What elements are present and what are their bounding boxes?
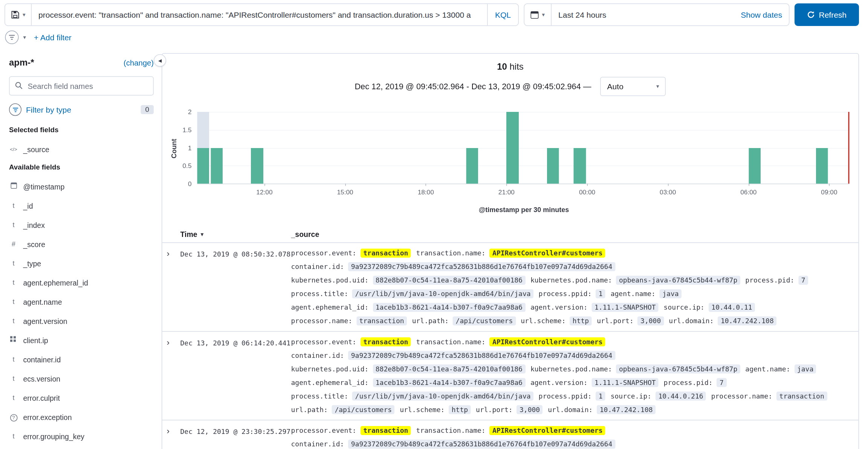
field-value: 3,000 xyxy=(638,316,664,325)
field-item-agent.name[interactable]: tagent.name xyxy=(9,292,154,312)
histogram-bar[interactable] xyxy=(211,148,223,183)
field-pair: processor.name: transaction xyxy=(711,392,827,402)
query-input[interactable]: processor.event: "transaction" and trans… xyxy=(32,4,487,26)
field-item-ecs.version[interactable]: tecs.version xyxy=(9,369,154,388)
field-key: processor.name: xyxy=(291,317,353,325)
x-axis-tick-label: 06:00 xyxy=(740,189,756,195)
histogram-bar[interactable] xyxy=(547,148,559,183)
field-value: transaction xyxy=(356,316,407,325)
collapse-sidebar-button[interactable]: ◀ xyxy=(154,54,166,67)
histogram-bar[interactable] xyxy=(574,148,586,183)
documents-table: Time ▼ _source ›Dec 13, 2019 @ 08:50:32.… xyxy=(162,226,859,449)
field-item-error.grouping_key[interactable]: terror.grouping_key xyxy=(9,427,154,446)
histogram-bar[interactable] xyxy=(466,148,478,183)
filter-icon xyxy=(12,107,18,113)
query-input-group: ▾ processor.event: "transaction" and tra… xyxy=(5,3,519,26)
show-dates-link[interactable]: Show dates xyxy=(741,10,789,19)
y-axis-tick-label: 0.5 xyxy=(183,162,192,169)
histogram-bar[interactable] xyxy=(506,112,518,184)
field-pair: process.title: /usr/lib/jvm/java-10-open… xyxy=(291,392,534,402)
histogram-bar[interactable] xyxy=(749,148,761,183)
field-key: process.title: xyxy=(291,392,348,400)
field-value: APIRestController#customers xyxy=(490,249,606,258)
field-item-agent.version[interactable]: tagent.version xyxy=(9,312,154,331)
row-timestamp: Dec 13, 2019 @ 06:14:20.441 xyxy=(180,338,291,415)
chevron-down-icon: ▾ xyxy=(23,12,26,18)
filter-options-button[interactable] xyxy=(5,31,19,44)
field-item-_source[interactable]: </>_source xyxy=(9,140,154,159)
field-name: ecs.version xyxy=(23,374,61,383)
expand-row-icon[interactable]: › xyxy=(167,249,180,326)
gridline xyxy=(197,112,850,113)
field-key: transaction.name: xyxy=(416,249,485,257)
string-field-icon: t xyxy=(9,221,18,229)
source-column-header: _source xyxy=(291,230,854,239)
filter-by-type-icon-button[interactable] xyxy=(9,104,21,116)
search-field-names-input[interactable] xyxy=(9,76,154,96)
row-timestamp: Dec 12, 2019 @ 23:30:25.297 xyxy=(180,426,291,449)
field-value: 9a92372089c79b489ca472fca528631b886d1e76… xyxy=(348,262,615,271)
string-field-icon: t xyxy=(9,394,18,402)
field-name: _type xyxy=(23,259,41,268)
field-item-_score[interactable]: #_score xyxy=(9,235,154,254)
document-row: ›Dec 13, 2019 @ 08:50:32.078processor.ev… xyxy=(162,243,859,332)
field-pair: kubernetes.pod.uid: 882e8b07-0c54-11ea-8… xyxy=(291,276,526,286)
field-item-_id[interactable]: t_id xyxy=(9,196,154,215)
field-item-agent.ephemeral_id[interactable]: tagent.ephemeral_id xyxy=(9,273,154,292)
field-item-client.ip[interactable]: client.ip xyxy=(9,331,154,350)
histogram-bar[interactable] xyxy=(251,148,263,183)
histogram-bar[interactable] xyxy=(816,148,828,183)
field-item-error.id[interactable]: terror.id xyxy=(9,446,154,449)
field-name: _score xyxy=(23,240,46,249)
saved-query-menu-button[interactable]: ▾ xyxy=(5,4,32,26)
kql-language-button[interactable]: KQL xyxy=(487,4,518,26)
field-name: _index xyxy=(23,221,45,229)
histogram-plot-area[interactable]: 21.510.5012:0015:0018:0021:0000:0003:000… xyxy=(197,112,850,184)
expand-row-icon[interactable]: › xyxy=(167,426,180,449)
field-item-_index[interactable]: t_index xyxy=(9,215,154,235)
field-value: 882e8b07-0c54-11ea-8a75-42010af00186 xyxy=(373,276,525,285)
field-key: container.id: xyxy=(291,263,344,271)
time-range-text: Dec 12, 2019 @ 09:45:02.964 - Dec 13, 20… xyxy=(355,82,591,91)
add-filter-link[interactable]: + Add filter xyxy=(34,33,72,42)
field-key: processor.event: xyxy=(291,249,356,257)
field-item-error.culprit[interactable]: terror.culprit xyxy=(9,388,154,408)
field-name: client.ip xyxy=(23,336,48,345)
field-value: 1aceb1b3-8621-4a14-b307-f0a9c7aa98a6 xyxy=(373,303,525,312)
field-key: agent.name: xyxy=(611,290,656,298)
field-pair: url.scheme: http xyxy=(521,316,591,326)
time-range-value[interactable]: Last 24 hours xyxy=(552,10,741,19)
field-search xyxy=(9,76,154,96)
expand-row-icon[interactable]: › xyxy=(167,338,180,415)
field-pair: url.path: /api/customers xyxy=(412,316,516,326)
save-icon xyxy=(11,10,20,19)
y-axis-tick-label: 1.5 xyxy=(183,127,192,133)
field-key: url.path: xyxy=(291,406,328,414)
filter-by-type-link[interactable]: Filter by type xyxy=(26,105,136,114)
field-value: opbeans-java-67845c5b44-wf87p xyxy=(616,365,740,374)
filter-bar: ▾ + Add filter xyxy=(0,29,868,50)
field-pair: url.path: /api/customers xyxy=(291,405,395,415)
document-row: ›Dec 12, 2019 @ 23:30:25.297processor.ev… xyxy=(162,420,859,449)
selected-fields-heading: Selected fields xyxy=(9,126,154,134)
change-index-pattern-link[interactable]: (change) xyxy=(124,59,154,67)
row-source: processor.event: transactiontransaction.… xyxy=(291,249,854,326)
date-quick-select-button[interactable]: ▾ xyxy=(524,4,552,26)
field-pair: process.pid: 7 xyxy=(745,276,808,286)
string-field-icon: t xyxy=(9,375,18,383)
time-column-header[interactable]: Time ▼ xyxy=(180,230,291,239)
histogram-bar[interactable] xyxy=(197,148,209,183)
field-key: url.scheme: xyxy=(400,406,445,414)
field-item-error.exception[interactable]: ?error.exception xyxy=(9,408,154,427)
field-name: error.culprit xyxy=(23,394,60,402)
y-axis-tick-label: 1 xyxy=(188,144,192,151)
refresh-button[interactable]: Refresh xyxy=(795,3,859,26)
sort-descending-icon: ▼ xyxy=(200,231,205,237)
field-item-container.id[interactable]: tcontainer.id xyxy=(9,350,154,369)
field-pair: agent.version: 1.11.1-SNAPSHOT xyxy=(530,303,659,313)
field-item-_type[interactable]: t_type xyxy=(9,254,154,273)
x-axis-tick-label: 18:00 xyxy=(418,189,434,195)
field-pair: agent.name: java xyxy=(745,365,816,374)
histogram-interval-select[interactable]: Auto ▾ xyxy=(601,77,666,96)
field-item-@timestamp[interactable]: @timestamp xyxy=(9,177,154,196)
